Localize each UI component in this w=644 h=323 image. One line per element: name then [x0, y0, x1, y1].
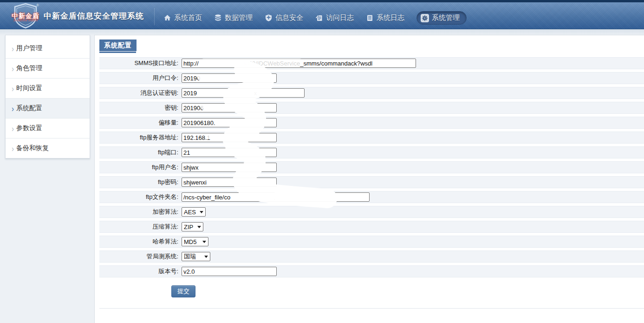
field-label: ftp端口: — [99, 148, 182, 157]
offset-input[interactable] — [182, 118, 277, 127]
nav-item-label: 访问日志 — [326, 13, 354, 22]
submit-row: 提交 — [99, 280, 644, 302]
chevron-right-icon: › — [12, 104, 14, 113]
field-label: ftp用户名: — [99, 163, 182, 171]
regulator-system-select[interactable]: 国瑞 — [182, 252, 210, 261]
brand-logo: 中新金盾 ZHONGXIN JINDUN ® — [11, 2, 40, 29]
nav-item-data[interactable]: 数据管理 — [214, 13, 253, 22]
selected-value: AES — [184, 209, 196, 216]
field-label: ftp密码: — [99, 178, 182, 186]
nav-item-home[interactable]: 系统首页 — [163, 13, 202, 22]
form-row-user-password: 用户口令: — [99, 72, 644, 84]
version-input[interactable] — [182, 267, 277, 276]
registered-mark: ® — [36, 3, 39, 7]
nav-item-access-log[interactable]: 访问日志 — [315, 13, 354, 22]
selected-value: 国瑞 — [184, 252, 196, 261]
app-title: 中新金盾信息安全管理系统 — [44, 11, 144, 21]
sidebar-item-user-management[interactable]: › 用户管理 — [6, 39, 90, 59]
page-title: 系统配置 — [99, 40, 137, 51]
selected-value: ZIP — [184, 224, 193, 231]
ftp-username-input[interactable] — [182, 163, 277, 172]
system-config-form: SMMS接口地址: 用户口令: 消息认证密钥: 密钥: 偏移量: ftp服务器地… — [99, 57, 644, 309]
encryption-algorithm-select[interactable]: AES — [182, 207, 206, 217]
field-label: 消息认证密钥: — [99, 89, 182, 97]
secret-key-input[interactable] — [182, 103, 277, 112]
form-row-version: 版本号: — [99, 265, 644, 277]
main-panel: 系统配置 SMMS接口地址: 用户口令: 消息认证密钥: 密钥: 偏移量: ft… — [94, 35, 644, 323]
top-navbar: 中新金盾 ZHONGXIN JINDUN ® 中新金盾信息安全管理系统 系统首页 — [0, 0, 644, 29]
nav-item-label: 系统首页 — [174, 13, 202, 22]
gear-icon — [421, 14, 429, 22]
form-row-encryption-algorithm: 加密算法: AES — [99, 206, 644, 218]
sidebar-item-system-config[interactable]: › 系统配置 — [6, 99, 90, 119]
sidebar-item-label: 系统配置 — [16, 104, 42, 112]
form-row-secret-key: 密钥: — [99, 102, 644, 114]
message-auth-key-input[interactable] — [182, 88, 305, 98]
smms-url-input[interactable] — [182, 59, 416, 68]
form-row-ftp-port: ftp端口: — [99, 146, 644, 158]
dropdown-caret-icon — [197, 226, 201, 228]
field-label: 哈希算法: — [99, 237, 182, 246]
form-row-message-auth-key: 消息认证密钥: — [99, 87, 644, 99]
form-row-ftp-password: ftp密码: — [99, 176, 644, 188]
sidebar-item-label: 用户管理 — [16, 44, 42, 53]
dropdown-caret-icon — [202, 241, 206, 243]
submit-button[interactable]: 提交 — [171, 285, 195, 297]
form-row-ftp-folder: ftp文件夹名: — [99, 191, 644, 203]
dropdown-caret-icon — [204, 256, 208, 258]
field-label: 压缩算法: — [99, 223, 182, 231]
ftp-folder-input[interactable] — [182, 192, 370, 202]
user-password-input[interactable] — [182, 73, 277, 83]
top-navigation: 系统首页 数据管理 信息安全 — [163, 5, 467, 31]
sidebar-item-backup-restore[interactable]: › 备份和恢复 — [6, 138, 90, 158]
chevron-right-icon: › — [12, 84, 14, 93]
chevron-right-icon: › — [12, 64, 14, 73]
ftp-port-input[interactable] — [182, 148, 277, 157]
nav-divider — [154, 8, 155, 25]
system-log-icon — [366, 14, 374, 22]
hash-algorithm-select[interactable]: MD5 — [182, 237, 208, 246]
logo-subtext: ZHONGXIN JINDUN — [11, 19, 40, 22]
chevron-right-icon: › — [12, 44, 14, 53]
app-root: { "brand": { "logo_text": "中新金盾", "logo_… — [0, 0, 644, 323]
field-label: ftp文件夹名: — [99, 193, 182, 201]
shield-icon — [265, 14, 273, 22]
form-row-regulator-system: 管局测系统: 国瑞 — [99, 250, 644, 263]
field-label: SMMS接口地址: — [99, 59, 182, 67]
sidebar-item-label: 参数设置 — [16, 124, 42, 132]
nav-item-system-admin[interactable]: 系统管理 — [416, 11, 467, 25]
sidebar-item-label: 时间设置 — [16, 84, 42, 92]
nav-item-label: 系统日志 — [377, 13, 404, 22]
sidebar-item-label: 角色管理 — [16, 64, 42, 73]
form-row-offset: 偏移量: — [99, 117, 644, 129]
form-row-hash-algorithm: 哈希算法: MD5 — [99, 236, 644, 248]
sidebar-item-parameter-settings[interactable]: › 参数设置 — [6, 119, 90, 138]
ftp-server-input[interactable] — [182, 133, 277, 142]
sidebar-item-time-settings[interactable]: › 时间设置 — [6, 79, 90, 99]
database-icon — [214, 14, 222, 22]
field-label: 用户口令: — [99, 74, 182, 82]
nav-item-security[interactable]: 信息安全 — [265, 13, 303, 22]
sidebar: › 用户管理 › 角色管理 › 时间设置 › 系统配置 › 参数设置 › 备份和… — [5, 35, 90, 158]
dropdown-caret-icon — [200, 211, 203, 213]
access-log-icon — [315, 14, 323, 22]
field-label: 加密算法: — [99, 208, 182, 216]
chevron-right-icon: › — [12, 144, 14, 153]
sidebar-item-label: 备份和恢复 — [16, 144, 49, 152]
nav-item-system-log[interactable]: 系统日志 — [366, 13, 404, 22]
form-row-compression-algorithm: 压缩算法: ZIP — [99, 221, 644, 233]
field-label: 偏移量: — [99, 119, 182, 127]
compression-algorithm-select[interactable]: ZIP — [182, 222, 203, 231]
nav-item-label: 数据管理 — [225, 13, 253, 22]
field-label: ftp服务器地址: — [99, 133, 182, 142]
field-label: 密钥: — [99, 104, 182, 112]
form-row-smms-url: SMMS接口地址: — [99, 57, 644, 69]
chevron-right-icon: › — [12, 124, 14, 133]
sidebar-item-role-management[interactable]: › 角色管理 — [6, 59, 90, 79]
selected-value: MD5 — [184, 238, 196, 245]
field-label: 管局测系统: — [99, 252, 182, 261]
brand: 中新金盾 ZHONGXIN JINDUN ® 中新金盾信息安全管理系统 — [11, 2, 144, 29]
nav-item-label: 信息安全 — [275, 13, 303, 22]
page-title-underline — [99, 52, 136, 53]
ftp-password-input[interactable] — [182, 178, 277, 187]
